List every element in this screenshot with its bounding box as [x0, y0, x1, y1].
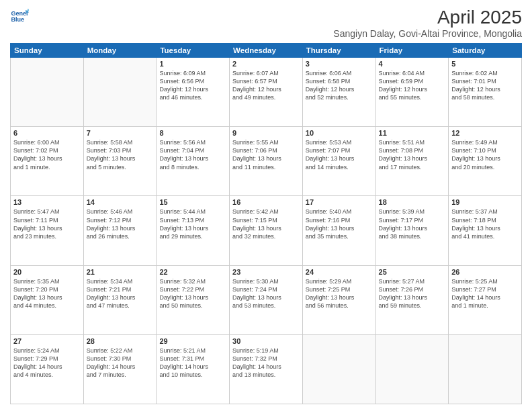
- calendar-cell: [375, 334, 449, 404]
- cell-info: Sunrise: 6:00 AM Sunset: 7:02 PM Dayligh…: [13, 138, 81, 171]
- cell-info: Sunrise: 5:51 AM Sunset: 7:08 PM Dayligh…: [379, 138, 446, 171]
- calendar-cell: 9Sunrise: 5:55 AM Sunset: 7:06 PM Daylig…: [230, 127, 303, 196]
- cell-day-number: 23: [232, 268, 300, 276]
- cell-info: Sunrise: 5:49 AM Sunset: 7:10 PM Dayligh…: [451, 138, 519, 171]
- calendar-cell: 4Sunrise: 6:04 AM Sunset: 6:59 PM Daylig…: [375, 58, 449, 127]
- calendar-cell: [11, 58, 84, 127]
- cell-info: Sunrise: 5:35 AM Sunset: 7:20 PM Dayligh…: [13, 277, 81, 310]
- cell-info: Sunrise: 5:34 AM Sunset: 7:21 PM Dayligh…: [87, 277, 154, 310]
- subtitle: Sangiyn Dalay, Govi-Altai Province, Mong…: [333, 28, 522, 39]
- cell-day-number: 29: [159, 337, 226, 345]
- header: General Blue April 2025 Sangiyn Dalay, G…: [10, 7, 522, 39]
- cell-day-number: 21: [87, 268, 154, 276]
- page: General Blue April 2025 Sangiyn Dalay, G…: [0, 0, 532, 411]
- cell-day-number: 16: [232, 198, 300, 206]
- cell-info: Sunrise: 5:55 AM Sunset: 7:06 PM Dayligh…: [232, 138, 300, 171]
- cell-info: Sunrise: 5:30 AM Sunset: 7:24 PM Dayligh…: [232, 277, 300, 310]
- calendar-cell: 30Sunrise: 5:19 AM Sunset: 7:32 PM Dayli…: [230, 334, 303, 404]
- cell-info: Sunrise: 5:47 AM Sunset: 7:11 PM Dayligh…: [13, 208, 81, 240]
- cell-day-number: 2: [232, 60, 300, 68]
- cell-day-number: 1: [159, 60, 226, 68]
- cell-info: Sunrise: 5:32 AM Sunset: 7:22 PM Dayligh…: [159, 277, 226, 310]
- calendar-week-row-3: 20Sunrise: 5:35 AM Sunset: 7:20 PM Dayli…: [11, 265, 522, 334]
- calendar-cell: 28Sunrise: 5:22 AM Sunset: 7:30 PM Dayli…: [83, 334, 157, 404]
- cell-day-number: 12: [451, 129, 519, 137]
- cell-info: Sunrise: 5:22 AM Sunset: 7:30 PM Dayligh…: [87, 347, 154, 379]
- calendar-cell: [83, 58, 157, 127]
- cell-info: Sunrise: 5:37 AM Sunset: 7:18 PM Dayligh…: [451, 208, 519, 240]
- cell-info: Sunrise: 5:24 AM Sunset: 7:29 PM Dayligh…: [13, 347, 81, 379]
- calendar-cell: 12Sunrise: 5:49 AM Sunset: 7:10 PM Dayli…: [449, 127, 522, 196]
- cell-day-number: 15: [159, 198, 226, 206]
- calendar-cell: 3Sunrise: 6:06 AM Sunset: 6:58 PM Daylig…: [302, 58, 375, 127]
- calendar-cell: 5Sunrise: 6:02 AM Sunset: 7:01 PM Daylig…: [449, 58, 522, 127]
- cell-day-number: 17: [306, 198, 373, 206]
- calendar-cell: 14Sunrise: 5:46 AM Sunset: 7:12 PM Dayli…: [83, 196, 157, 265]
- cell-info: Sunrise: 5:19 AM Sunset: 7:32 PM Dayligh…: [232, 347, 300, 379]
- cell-info: Sunrise: 6:07 AM Sunset: 6:57 PM Dayligh…: [232, 69, 300, 102]
- calendar-cell: 10Sunrise: 5:53 AM Sunset: 7:07 PM Dayli…: [302, 127, 375, 196]
- title-block: April 2025 Sangiyn Dalay, Govi-Altai Pro…: [333, 7, 522, 39]
- svg-text:Blue: Blue: [11, 16, 24, 23]
- cell-day-number: 30: [232, 337, 300, 345]
- cell-day-number: 8: [159, 129, 226, 137]
- calendar-cell: 7Sunrise: 5:58 AM Sunset: 7:03 PM Daylig…: [83, 127, 157, 196]
- cell-day-number: 25: [379, 268, 446, 276]
- calendar-cell: 17Sunrise: 5:40 AM Sunset: 7:16 PM Dayli…: [302, 196, 375, 265]
- cell-info: Sunrise: 5:40 AM Sunset: 7:16 PM Dayligh…: [306, 208, 373, 240]
- header-monday: Monday: [83, 44, 157, 58]
- cell-day-number: 9: [232, 129, 300, 137]
- cell-day-number: 14: [87, 198, 154, 206]
- cell-info: Sunrise: 5:39 AM Sunset: 7:17 PM Dayligh…: [379, 208, 446, 240]
- cell-day-number: 6: [13, 129, 81, 137]
- cell-info: Sunrise: 5:29 AM Sunset: 7:25 PM Dayligh…: [306, 277, 373, 310]
- calendar-cell: 25Sunrise: 5:27 AM Sunset: 7:26 PM Dayli…: [375, 265, 449, 334]
- calendar-week-row-0: 1Sunrise: 6:09 AM Sunset: 6:56 PM Daylig…: [11, 58, 522, 127]
- header-saturday: Saturday: [449, 44, 522, 58]
- header-sunday: Sunday: [11, 44, 84, 58]
- calendar-cell: 22Sunrise: 5:32 AM Sunset: 7:22 PM Dayli…: [157, 265, 230, 334]
- cell-day-number: 20: [13, 268, 81, 276]
- cell-day-number: 11: [379, 129, 446, 137]
- header-thursday: Thursday: [302, 44, 375, 58]
- cell-day-number: 19: [451, 198, 519, 206]
- calendar-cell: [449, 334, 522, 404]
- cell-day-number: 7: [87, 129, 154, 137]
- cell-info: Sunrise: 5:25 AM Sunset: 7:27 PM Dayligh…: [451, 277, 519, 310]
- calendar-cell: 6Sunrise: 6:00 AM Sunset: 7:02 PM Daylig…: [11, 127, 84, 196]
- calendar-cell: 29Sunrise: 5:21 AM Sunset: 7:31 PM Dayli…: [157, 334, 230, 404]
- cell-day-number: 22: [159, 268, 226, 276]
- cell-day-number: 13: [13, 198, 81, 206]
- header-tuesday: Tuesday: [157, 44, 230, 58]
- cell-info: Sunrise: 6:06 AM Sunset: 6:58 PM Dayligh…: [306, 69, 373, 102]
- cell-day-number: 28: [87, 337, 154, 345]
- cell-day-number: 3: [306, 60, 373, 68]
- cell-day-number: 26: [451, 268, 519, 276]
- cell-day-number: 27: [13, 337, 81, 345]
- calendar-cell: 16Sunrise: 5:42 AM Sunset: 7:15 PM Dayli…: [230, 196, 303, 265]
- cell-info: Sunrise: 5:46 AM Sunset: 7:12 PM Dayligh…: [87, 208, 154, 240]
- cell-info: Sunrise: 5:53 AM Sunset: 7:07 PM Dayligh…: [306, 138, 373, 171]
- calendar-week-row-2: 13Sunrise: 5:47 AM Sunset: 7:11 PM Dayli…: [11, 196, 522, 265]
- calendar-cell: 2Sunrise: 6:07 AM Sunset: 6:57 PM Daylig…: [230, 58, 303, 127]
- cell-day-number: 24: [306, 268, 373, 276]
- calendar-cell: 13Sunrise: 5:47 AM Sunset: 7:11 PM Dayli…: [11, 196, 84, 265]
- calendar-cell: 24Sunrise: 5:29 AM Sunset: 7:25 PM Dayli…: [302, 265, 375, 334]
- weekday-header-row: Sunday Monday Tuesday Wednesday Thursday…: [11, 44, 522, 58]
- cell-info: Sunrise: 6:02 AM Sunset: 7:01 PM Dayligh…: [451, 69, 519, 102]
- cell-info: Sunrise: 6:04 AM Sunset: 6:59 PM Dayligh…: [379, 69, 446, 102]
- calendar-cell: 19Sunrise: 5:37 AM Sunset: 7:18 PM Dayli…: [449, 196, 522, 265]
- calendar-cell: 1Sunrise: 6:09 AM Sunset: 6:56 PM Daylig…: [157, 58, 230, 127]
- calendar-cell: 11Sunrise: 5:51 AM Sunset: 7:08 PM Dayli…: [375, 127, 449, 196]
- calendar-table: Sunday Monday Tuesday Wednesday Thursday…: [10, 43, 522, 404]
- calendar-cell: 18Sunrise: 5:39 AM Sunset: 7:17 PM Dayli…: [375, 196, 449, 265]
- cell-day-number: 18: [379, 198, 446, 206]
- logo-icon: General Blue: [10, 7, 29, 26]
- cell-info: Sunrise: 6:09 AM Sunset: 6:56 PM Dayligh…: [159, 69, 226, 102]
- calendar-cell: 21Sunrise: 5:34 AM Sunset: 7:21 PM Dayli…: [83, 265, 157, 334]
- calendar-cell: 8Sunrise: 5:56 AM Sunset: 7:04 PM Daylig…: [157, 127, 230, 196]
- cell-info: Sunrise: 5:44 AM Sunset: 7:13 PM Dayligh…: [159, 208, 226, 240]
- calendar-cell: 26Sunrise: 5:25 AM Sunset: 7:27 PM Dayli…: [449, 265, 522, 334]
- cell-info: Sunrise: 5:27 AM Sunset: 7:26 PM Dayligh…: [379, 277, 446, 310]
- header-friday: Friday: [375, 44, 449, 58]
